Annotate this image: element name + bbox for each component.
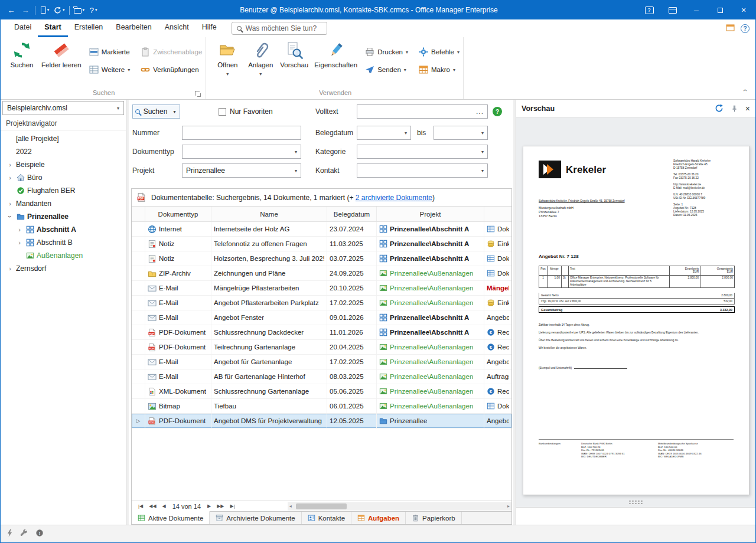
close-button[interactable]: × — [732, 1, 755, 19]
tree-item-mandanten[interactable]: ›Mandanten — [1, 197, 126, 210]
table-row[interactable]: PDFPDF-DokumentTeilrechnung Gartenanlage… — [132, 340, 511, 355]
last-page-button[interactable]: ▶| — [227, 503, 238, 509]
dokumenttyp-select[interactable]: ▾ — [182, 145, 301, 159]
ribbon-collapse-icon[interactable]: › — [741, 89, 749, 91]
tree-item-2022[interactable]: 2022 — [1, 145, 126, 158]
menu-tab-bearbeiten[interactable]: Bearbeiten — [109, 19, 158, 37]
volltext-input[interactable]: ... — [357, 104, 488, 119]
menu-tab-ansicht[interactable]: Ansicht — [158, 19, 195, 37]
archive-select[interactable]: Beispielarchiv.omsl ▾ — [2, 101, 124, 115]
tree-item-abschnitt-a[interactable]: ›Abschnitt A — [1, 223, 126, 236]
tab-archivierte-dokumente[interactable]: Archivierte Dokumente — [210, 512, 301, 524]
quick-actions-icon[interactable] — [6, 529, 13, 539]
kategorie-select[interactable]: ▾ — [357, 145, 488, 159]
weitere-button[interactable]: Weitere▾ — [89, 61, 130, 78]
column-header-projekt[interactable]: Projekt — [376, 207, 484, 221]
archived-documents-link[interactable]: 2 archivierte Dokumente — [356, 194, 432, 202]
tab-aufgaben[interactable]: Aufgaben — [351, 512, 406, 524]
table-row[interactable]: NotizTelefonnotiz zu offenen Fragen11.03… — [132, 237, 511, 251]
felder-leeren-button[interactable]: Felder leeren — [38, 38, 84, 88]
dialog-launcher-icon[interactable] — [195, 91, 201, 97]
table-row[interactable]: ZIP-ArchivZeichnungen und Pläne24.09.202… — [132, 266, 511, 281]
belegdatum-bis-select[interactable]: ▾ — [434, 126, 488, 140]
befehle-button[interactable]: Befehle▾ — [419, 43, 460, 61]
vorschau-button[interactable]: Vorschau — [277, 38, 311, 88]
preview-refresh-button[interactable] — [715, 104, 724, 113]
notifications-icon[interactable]: ! — [35, 529, 44, 539]
next-page-button[interactable]: ▶ — [204, 503, 214, 509]
tree-item-flughafen-ber[interactable]: Flughafen BER — [1, 184, 126, 197]
tree-expander-icon[interactable]: › — [15, 239, 24, 246]
table-row[interactable]: ▷PDFPDF-DokumentAngebot DMS für Projektv… — [132, 414, 511, 428]
preview-pin-button[interactable] — [731, 104, 738, 113]
tree-expander-icon[interactable]: › — [15, 226, 24, 233]
prev-page-button[interactable]: ◀ — [159, 503, 169, 509]
preview-splitter-handle[interactable] — [628, 500, 644, 505]
tellme-search[interactable]: Was möchten Sie tun? — [232, 22, 327, 35]
zwischenablage-button[interactable]: Zwischenablage — [141, 43, 202, 61]
back-button[interactable]: ← — [4, 2, 18, 18]
table-row[interactable]: E-MailAB für Gartenanlage Hinterhof08.03… — [132, 369, 511, 384]
first-page-button[interactable]: |◀ — [135, 503, 146, 509]
ribbon-display-options-icon[interactable] — [726, 24, 735, 34]
tab-papierkorb[interactable]: Papierkorb — [406, 512, 462, 524]
tree-item-büro[interactable]: ›Büro — [1, 171, 126, 184]
volltext-more-button[interactable]: ... — [476, 107, 484, 116]
tree-item-abschnitt-b[interactable]: ›Abschnitt B — [1, 236, 126, 249]
open-folder-button[interactable]: ▾ — [72, 2, 87, 18]
tree-expander-icon[interactable]: › — [5, 213, 15, 220]
suchen-button[interactable]: Suchen — [5, 38, 38, 88]
tab-kontakte[interactable]: Kontakte — [302, 512, 351, 524]
table-row[interactable]: BitmapTiefbau06.01.2025Prinzenallee\Auße… — [132, 399, 511, 414]
horizontal-scrollbar[interactable]: ◂ ▸ — [288, 502, 511, 511]
scrollbar-thumb[interactable] — [296, 503, 347, 509]
oeffnen-button[interactable]: Öffnen ▾ — [211, 38, 244, 88]
new-document-button[interactable]: ▾ — [38, 2, 52, 18]
makro-button[interactable]: Makro▾ — [419, 61, 460, 78]
drucken-button[interactable]: Drucken▾ — [365, 43, 408, 61]
maximize-button[interactable] — [708, 1, 732, 19]
column-header-dokumenttyp[interactable]: Dokumenttyp — [145, 207, 211, 221]
tree-expander-icon[interactable]: › — [5, 174, 15, 181]
anlagen-button[interactable]: Anlagen ▾ — [244, 38, 277, 88]
tree-expander-icon[interactable]: › — [5, 265, 15, 272]
menu-tab-hilfe[interactable]: Hilfe — [195, 19, 223, 37]
table-row[interactable]: E-MailMängelrüge Pflasterarbeiten20.10.2… — [132, 281, 511, 296]
forward-button[interactable]: → — [18, 2, 32, 18]
table-row[interactable]: XML-DokumentSchlussrechnung Gartenanlage… — [132, 384, 511, 399]
help-menu-button[interactable]: ?▾ — [86, 2, 100, 18]
minimize-button[interactable]: – — [685, 1, 708, 19]
eigenschaften-button[interactable]: Eigenschaften — [311, 38, 360, 88]
table-row[interactable]: E-MailAngebot Fenster09.01.2026Prinzenal… — [132, 310, 511, 325]
table-row[interactable]: InternetInternetseite der Holz AG23.07.2… — [132, 222, 511, 237]
refresh-button[interactable]: ▾ — [52, 2, 67, 18]
layout-button[interactable] — [661, 1, 685, 19]
fast-back-button[interactable]: ◀◀ — [146, 503, 159, 509]
scroll-left-icon[interactable]: ◂ — [288, 503, 294, 509]
tree-item-zernsdorf[interactable]: ›Zernsdorf — [1, 262, 126, 275]
tree-item-beispiele[interactable]: ›Beispiele — [1, 158, 126, 171]
scroll-right-icon[interactable]: ▸ — [506, 503, 511, 509]
volltext-help-icon[interactable]: ? — [493, 107, 502, 116]
column-header-kategorie[interactable] — [484, 207, 511, 221]
nummer-input[interactable] — [182, 126, 301, 140]
tree-item-prinzenallee[interactable]: ›Prinzenallee — [1, 210, 126, 223]
table-row[interactable]: PDFPDF-DokumentSchlussrechnung Dackdecke… — [132, 325, 511, 340]
context-help-button[interactable]: ? — [637, 1, 661, 19]
menu-tab-datei[interactable]: Datei — [8, 19, 38, 37]
nur-favoriten-checkbox[interactable] — [219, 108, 226, 116]
projekt-select[interactable]: Prinzenallee▾ — [182, 163, 301, 178]
tree-item-außenanlagen[interactable]: Außenanlagen — [1, 249, 126, 262]
tree-item-alle-projekte[interactable]: [alle Projekte] — [1, 132, 126, 145]
help-circle-icon[interactable]: ? — [741, 24, 750, 33]
tree-expander-icon[interactable]: › — [5, 161, 15, 168]
tab-aktive-dokumente[interactable]: Aktive Dokumente — [132, 511, 210, 524]
menu-tab-start[interactable]: Start — [38, 19, 67, 37]
suchen-search-button[interactable]: Suchen — [132, 104, 170, 119]
fast-forward-button[interactable]: ▶▶ — [214, 503, 227, 509]
settings-wrench-icon[interactable] — [20, 529, 28, 539]
table-row[interactable]: E-MailAngebot für Gartenanlage17.02.2025… — [132, 355, 511, 369]
table-row[interactable]: E-MailAngebot Pflasterarbeiten Parkplatz… — [132, 296, 511, 310]
tree-expander-icon[interactable]: › — [5, 200, 15, 207]
column-header-name[interactable]: Name — [211, 207, 327, 221]
